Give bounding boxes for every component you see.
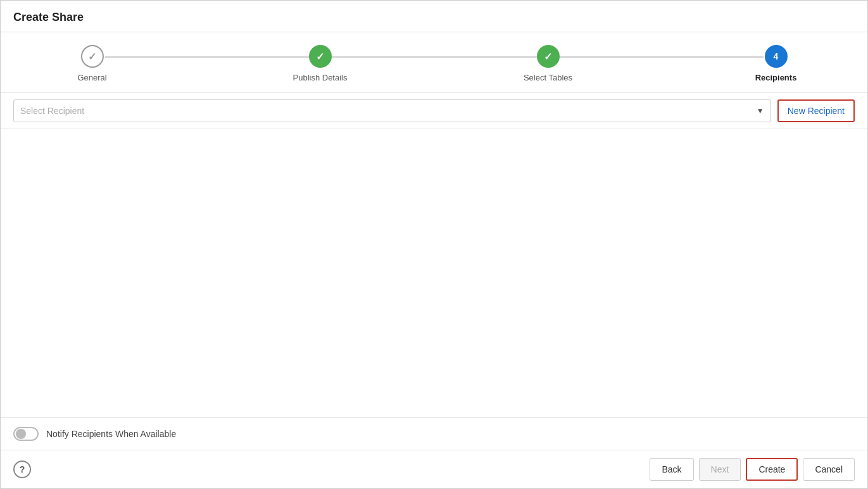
help-icon[interactable]: ? xyxy=(13,460,31,478)
stepper: ✓ General ✓ Publish Details ✓ Select Tab… xyxy=(54,45,814,82)
step-recipients: 4 Recipients xyxy=(738,45,814,82)
stepper-area: ✓ General ✓ Publish Details ✓ Select Tab… xyxy=(1,32,867,93)
step-check-publish: ✓ xyxy=(316,51,324,63)
step-circle-general: ✓ xyxy=(81,45,104,68)
step-publish-details: ✓ Publish Details xyxy=(282,45,358,82)
step-label-recipients: Recipients xyxy=(755,73,797,82)
select-recipient-placeholder: Select Recipient xyxy=(14,106,750,116)
stepper-track xyxy=(105,56,764,58)
content-area: Select Recipient ▼ New Recipient xyxy=(1,93,867,417)
main-body xyxy=(1,129,867,417)
create-button[interactable]: Create xyxy=(746,458,798,481)
step-circle-publish: ✓ xyxy=(309,45,332,68)
step-circle-tables: ✓ xyxy=(537,45,560,68)
notify-row: Notify Recipients When Available xyxy=(1,418,867,450)
step-check-general: ✓ xyxy=(88,51,96,63)
step-check-tables: ✓ xyxy=(544,51,552,63)
step-select-tables: ✓ Select Tables xyxy=(510,45,586,82)
new-recipient-button[interactable]: New Recipient xyxy=(777,99,855,122)
notify-toggle[interactable] xyxy=(13,427,39,441)
recipient-row: Select Recipient ▼ New Recipient xyxy=(1,93,867,129)
dialog-header: Create Share xyxy=(1,1,867,32)
cancel-button[interactable]: Cancel xyxy=(803,458,855,481)
step-label-tables: Select Tables xyxy=(524,73,572,82)
create-share-dialog: Create Share ✓ General ✓ Publish Details xyxy=(0,0,868,489)
step-general: ✓ General xyxy=(54,45,130,82)
back-button[interactable]: Back xyxy=(650,458,693,481)
step-number-recipients: 4 xyxy=(774,51,779,61)
next-button[interactable]: Next xyxy=(699,458,741,481)
step-label-publish: Publish Details xyxy=(293,73,348,82)
toggle-knob xyxy=(16,429,26,439)
step-circle-recipients: 4 xyxy=(765,45,788,68)
action-row: ? Back Next Create Cancel xyxy=(1,450,867,488)
footer-area: Notify Recipients When Available ? Back … xyxy=(1,417,867,488)
dialog-title: Create Share xyxy=(13,11,84,23)
action-buttons: Back Next Create Cancel xyxy=(650,458,855,481)
select-recipient-wrapper[interactable]: Select Recipient ▼ xyxy=(13,99,771,122)
dropdown-arrow-icon[interactable]: ▼ xyxy=(750,106,771,115)
step-label-general: General xyxy=(77,73,106,82)
notify-label: Notify Recipients When Available xyxy=(46,429,176,439)
